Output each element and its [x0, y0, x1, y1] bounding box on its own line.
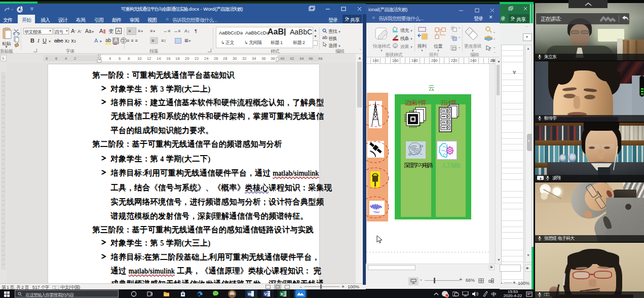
- svg-text:X: X: [281, 292, 284, 296]
- svg-text:W: W: [248, 292, 252, 296]
- svg-text:V: V: [264, 292, 268, 296]
